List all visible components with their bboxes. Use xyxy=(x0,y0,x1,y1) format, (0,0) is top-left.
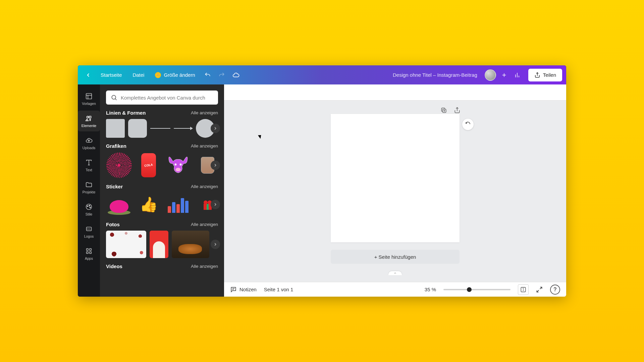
canvas-toolbar xyxy=(224,84,566,101)
section-title: Sticker xyxy=(106,184,123,189)
photo-item[interactable] xyxy=(172,231,209,258)
graphic-sunburst[interactable] xyxy=(106,152,132,178)
section-graphics: Grafiken Alle anzeigen xyxy=(106,143,218,178)
back-button[interactable] xyxy=(82,69,95,81)
search-input[interactable] xyxy=(121,95,213,101)
svg-rect-6 xyxy=(86,93,92,99)
sticker-chart[interactable] xyxy=(165,193,191,216)
share-button[interactable]: Teilen xyxy=(528,69,562,81)
rail-projects[interactable]: Projekte xyxy=(78,177,100,198)
side-rail: Vorlagen Elemente Uploads Text Projekte … xyxy=(78,84,100,297)
document-title[interactable]: Design ohne Titel – Instagram-Beitrag xyxy=(387,72,483,78)
zoom-thumb[interactable] xyxy=(467,287,472,292)
rail-label: Elemente xyxy=(82,124,96,128)
sticker-thumbs-up[interactable]: 👍 xyxy=(136,193,162,216)
see-all-link[interactable]: Alle anzeigen xyxy=(191,143,218,148)
graphic-cola[interactable] xyxy=(136,152,162,178)
resize-button[interactable]: 👑 Größe ändern xyxy=(150,69,200,81)
home-button[interactable]: Startseite xyxy=(96,69,126,81)
svg-point-27 xyxy=(174,164,176,166)
redo-button[interactable] xyxy=(215,69,228,81)
analytics-button[interactable] xyxy=(511,69,524,81)
rail-uploads[interactable]: Uploads xyxy=(78,133,100,154)
add-page-button[interactable]: + Seite hinzufügen xyxy=(331,250,460,264)
fullscreen-button[interactable] xyxy=(536,286,543,293)
rail-apps[interactable]: Apps xyxy=(78,243,100,264)
chevron-left-icon xyxy=(85,72,91,78)
chevron-right-icon xyxy=(213,202,218,207)
shape-square[interactable] xyxy=(106,119,125,138)
share-label: Teilen xyxy=(543,72,556,78)
app-window: Startseite Datei 👑 Größe ändern Design o… xyxy=(78,65,566,297)
sticker-turkey[interactable] xyxy=(106,193,132,216)
rail-templates[interactable]: Vorlagen xyxy=(78,88,100,109)
section-title: Grafiken xyxy=(106,143,126,149)
thumbs-up-icon: 👍 xyxy=(140,196,158,213)
scroll-right-button[interactable] xyxy=(211,161,220,170)
grid-view-button[interactable]: 1 xyxy=(518,284,529,295)
svg-line-42 xyxy=(537,290,539,292)
section-stickers: Sticker Alle anzeigen 👍 xyxy=(106,184,218,216)
svg-point-32 xyxy=(204,200,208,204)
help-button[interactable]: ? xyxy=(550,285,560,295)
notes-icon xyxy=(230,286,237,293)
expand-handle[interactable] xyxy=(388,271,402,275)
section-photos: Fotos Alle anzeigen xyxy=(106,222,218,258)
collapse-panel-button[interactable] xyxy=(223,187,224,207)
svg-point-16 xyxy=(87,205,88,206)
see-all-link[interactable]: Alle anzeigen xyxy=(191,110,218,115)
rail-label: Uploads xyxy=(83,146,96,150)
notes-label: Notizen xyxy=(239,287,257,292)
photo-item[interactable] xyxy=(150,231,168,258)
rail-elements[interactable]: Elemente xyxy=(78,111,100,131)
graphic-bull[interactable] xyxy=(165,152,191,178)
file-menu[interactable]: Datei xyxy=(128,69,149,81)
shape-line[interactable] xyxy=(150,128,170,129)
svg-rect-24 xyxy=(90,251,92,253)
svg-text:CO.: CO. xyxy=(87,228,91,230)
chevron-right-icon xyxy=(213,242,218,247)
folder-icon xyxy=(85,181,93,188)
graphics-row xyxy=(106,152,218,178)
svg-rect-22 xyxy=(90,248,92,250)
shape-rounded-square[interactable] xyxy=(128,119,147,138)
canvas-scroll[interactable]: + Seite hinzufügen xyxy=(224,101,566,282)
page-indicator[interactable]: Seite 1 von 1 xyxy=(264,287,293,292)
canvas-page[interactable] xyxy=(331,114,460,242)
notes-button[interactable]: Notizen xyxy=(230,286,257,293)
undo-button[interactable] xyxy=(201,69,214,81)
templates-icon xyxy=(85,93,93,100)
svg-rect-21 xyxy=(87,248,89,250)
zoom-slider[interactable] xyxy=(443,289,511,290)
cloud-status[interactable] xyxy=(229,69,242,81)
refresh-button[interactable] xyxy=(462,119,474,130)
rail-styles[interactable]: Stile xyxy=(78,199,100,220)
svg-line-41 xyxy=(540,287,542,289)
svg-point-28 xyxy=(180,164,182,166)
scroll-right-button[interactable] xyxy=(211,240,220,249)
chevron-right-icon xyxy=(213,163,218,168)
shape-arrow[interactable] xyxy=(174,128,193,129)
scroll-right-button[interactable] xyxy=(211,124,220,133)
rail-label: Text xyxy=(86,168,92,172)
avatar[interactable] xyxy=(485,69,496,81)
see-all-link[interactable]: Alle anzeigen xyxy=(191,264,218,269)
add-collaborator-button[interactable] xyxy=(499,70,509,80)
crown-icon: 👑 xyxy=(155,72,161,78)
search-box[interactable] xyxy=(106,90,218,105)
photo-item[interactable] xyxy=(106,231,146,258)
see-all-link[interactable]: Alle anzeigen xyxy=(191,222,218,227)
scroll-right-button[interactable] xyxy=(211,200,220,209)
svg-point-15 xyxy=(86,204,92,209)
canvas-area: + Seite hinzufügen Notizen Seite 1 von 1… xyxy=(224,84,566,297)
rail-logos[interactable]: CO. Logos xyxy=(78,221,100,242)
svg-rect-31 xyxy=(207,204,209,210)
share-icon xyxy=(534,72,540,78)
plus-icon xyxy=(501,72,507,78)
shapes-row xyxy=(106,119,218,138)
see-all-link[interactable]: Alle anzeigen xyxy=(191,184,218,189)
rail-text[interactable]: Text xyxy=(78,155,100,176)
apps-icon xyxy=(85,247,93,255)
zoom-label[interactable]: 35 % xyxy=(425,287,436,292)
section-lines: Linien & Formen Alle anzeigen xyxy=(106,110,218,138)
